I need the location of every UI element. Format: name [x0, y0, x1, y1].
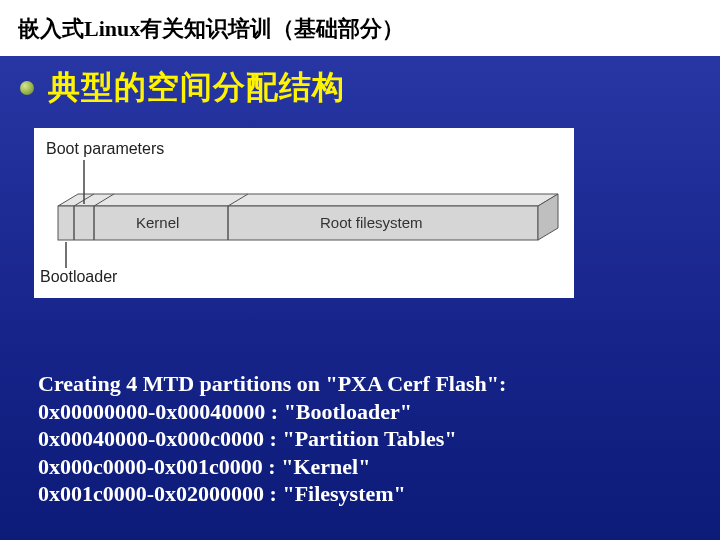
partition-row: 0x000c0000-0x001c0000 : "Kernel" [38, 453, 506, 481]
label-boot-params: Boot parameters [46, 140, 164, 157]
slide-title: 典型的空间分配结构 [48, 66, 345, 110]
label-bootloader: Bootloader [40, 268, 118, 285]
partition-heading: Creating 4 MTD partitions on "PXA Cerf F… [38, 370, 506, 398]
partition-row: 0x00040000-0x000c0000 : "Partition Table… [38, 425, 506, 453]
partition-listing: Creating 4 MTD partitions on "PXA Cerf F… [38, 370, 506, 508]
partition-row: 0x001c0000-0x02000000 : "Filesystem" [38, 480, 506, 508]
label-kernel: Kernel [136, 214, 179, 231]
slide: 嵌入式Linux有关知识培训（基础部分） 典型的空间分配结构 Boot para… [0, 0, 720, 540]
title-row: 典型的空间分配结构 [20, 66, 700, 110]
partition-row: 0x00000000-0x00040000 : "Bootloader" [38, 398, 506, 426]
label-rootfs: Root filesystem [320, 214, 423, 231]
header-strip: 嵌入式Linux有关知识培训（基础部分） [0, 0, 720, 56]
svg-rect-1 [58, 206, 538, 240]
memory-layout-diagram: Boot parameters Bootloader Kernel Root f… [34, 128, 574, 298]
bullet-icon [20, 81, 34, 95]
memory-layout-svg: Boot parameters Bootloader Kernel Root f… [40, 136, 568, 292]
header-text: 嵌入式Linux有关知识培训（基础部分） [18, 16, 404, 41]
svg-marker-0 [58, 194, 558, 206]
